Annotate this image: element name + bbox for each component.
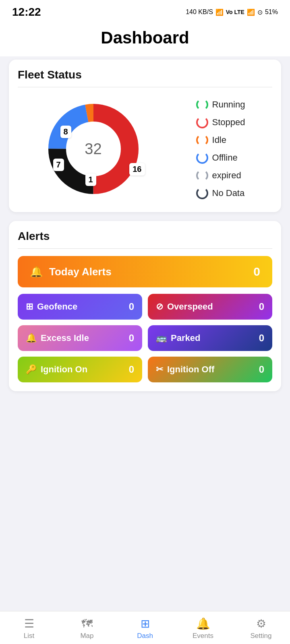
legend-offline-label: Offline (212, 153, 238, 163)
excess-idle-count: 0 (129, 332, 134, 344)
dash-nav-label: Dash (137, 632, 153, 640)
battery-icon: ⊙ (257, 8, 263, 16)
fleet-legend: Running Stopped Idle Offline expired (196, 99, 245, 199)
geofence-left: ⊞ Geofence (26, 301, 77, 312)
status-time: 12:22 (12, 6, 41, 19)
excess-idle-icon: 🔔 (26, 333, 37, 343)
parked-count: 0 (259, 332, 264, 344)
donut-chart: 32 8 16 7 1 (45, 101, 142, 197)
legend-stopped-label: Stopped (212, 117, 245, 128)
legend-running-label: Running (212, 99, 245, 110)
ignition-on-icon: 🔑 (26, 364, 37, 375)
parked-label: Parked (171, 333, 200, 343)
ignition-off-icon: ✂ (156, 364, 163, 375)
legend-nodata-label: No Data (212, 188, 245, 198)
today-alerts-bell-icon: 🔔 (30, 266, 43, 278)
lte-icon: Vo LTE (226, 9, 244, 15)
fleet-status-title: Fleet Status (18, 68, 272, 81)
donut-total: 32 (85, 140, 102, 158)
geofence-count: 0 (129, 301, 134, 312)
legend-stopped: Stopped (196, 116, 245, 128)
signal-icon: 📶 (247, 8, 255, 16)
overspeed-icon: ⊘ (156, 301, 163, 312)
nav-setting[interactable]: ⚙ Setting (245, 617, 277, 640)
ignition-off-button[interactable]: ✂ Ignition Off 0 (148, 357, 272, 382)
dash-nav-icon: ⊞ (141, 617, 150, 630)
ignition-on-button[interactable]: 🔑 Ignition On 0 (18, 357, 142, 382)
donut-label-offline: 7 (53, 159, 64, 171)
geofence-label: Geofence (37, 301, 77, 312)
parked-icon: 🚌 (156, 333, 167, 343)
map-nav-icon: 🗺 (81, 617, 93, 630)
legend-offline: Offline (196, 152, 245, 164)
list-nav-label: List (24, 632, 34, 640)
ignition-on-left: 🔑 Ignition On (26, 364, 87, 375)
parked-left: 🚌 Parked (156, 333, 200, 343)
status-bar: 12:22 140 KB/S 📶 Vo LTE 📶 ⊙ 51% (0, 0, 290, 22)
nav-list[interactable]: ☰ List (13, 617, 45, 640)
overspeed-label: Overspeed (167, 301, 213, 312)
overspeed-button[interactable]: ⊘ Overspeed 0 (148, 294, 272, 320)
ignition-on-count: 0 (129, 364, 134, 375)
ignition-off-left: ✂ Ignition Off (156, 364, 214, 375)
alerts-card: Alerts 🔔 Today Alerts 0 ⊞ Geofence 0 ⊘ (9, 221, 281, 391)
legend-nodata: No Data (196, 187, 245, 199)
expired-icon (196, 169, 208, 182)
ignition-off-count: 0 (259, 364, 264, 375)
today-alerts-label: Today Alerts (49, 266, 112, 278)
app-header: Dashboard (0, 22, 290, 56)
legend-idle: Idle (196, 134, 245, 146)
main-content: Fleet Status (0, 56, 290, 448)
list-nav-icon: ☰ (24, 617, 34, 630)
overspeed-left: ⊘ Overspeed (156, 301, 213, 312)
offline-icon (196, 152, 208, 164)
legend-idle-label: Idle (212, 135, 226, 145)
alerts-grid: ⊞ Geofence 0 ⊘ Overspeed 0 🔔 Excess Idle… (18, 294, 272, 382)
overspeed-count: 0 (259, 301, 264, 312)
nav-map[interactable]: 🗺 Map (71, 617, 103, 640)
stopped-icon (196, 116, 208, 128)
fleet-status-card: Fleet Status (9, 60, 281, 212)
battery-level: 51% (265, 8, 278, 16)
today-alerts-count: 0 (253, 265, 260, 279)
excess-idle-label: Excess Idle (41, 333, 89, 343)
legend-expired-label: expired (212, 170, 241, 181)
setting-nav-label: Setting (251, 632, 272, 640)
status-icons: 140 KB/S 📶 Vo LTE 📶 ⊙ 51% (186, 8, 278, 16)
today-alerts-left: 🔔 Today Alerts (30, 266, 112, 278)
nodata-icon (196, 187, 208, 199)
map-nav-label: Map (80, 632, 93, 640)
donut-label-running: 16 (129, 163, 145, 175)
page-title: Dashboard (0, 28, 290, 47)
nav-dash[interactable]: ⊞ Dash (129, 617, 161, 640)
donut-label-stopped: 8 (60, 126, 71, 138)
network-speed: 140 KB/S (186, 8, 213, 16)
geofence-button[interactable]: ⊞ Geofence 0 (18, 294, 142, 320)
nav-events[interactable]: 🔔 Events (187, 617, 219, 640)
bottom-nav: ☰ List 🗺 Map ⊞ Dash 🔔 Events ⚙ Setting (0, 611, 290, 644)
events-nav-icon: 🔔 (196, 617, 210, 630)
fleet-content: 32 8 16 7 1 Running Stopped I (18, 95, 272, 203)
wifi-icon: 📶 (215, 8, 224, 16)
ignition-on-label: Ignition On (41, 364, 87, 375)
alerts-title: Alerts (18, 230, 272, 243)
events-nav-label: Events (193, 632, 213, 640)
setting-nav-icon: ⚙ (256, 617, 266, 630)
legend-running: Running (196, 99, 245, 111)
ignition-off-label: Ignition Off (167, 364, 214, 375)
excess-idle-left: 🔔 Excess Idle (26, 333, 89, 343)
parked-button[interactable]: 🚌 Parked 0 (148, 325, 272, 351)
excess-idle-button[interactable]: 🔔 Excess Idle 0 (18, 325, 142, 351)
idle-icon (196, 134, 208, 146)
legend-expired: expired (196, 169, 245, 182)
running-icon (196, 99, 208, 111)
geofence-icon: ⊞ (26, 301, 33, 312)
donut-label-idle: 1 (85, 173, 96, 186)
today-alerts-button[interactable]: 🔔 Today Alerts 0 (18, 256, 272, 287)
